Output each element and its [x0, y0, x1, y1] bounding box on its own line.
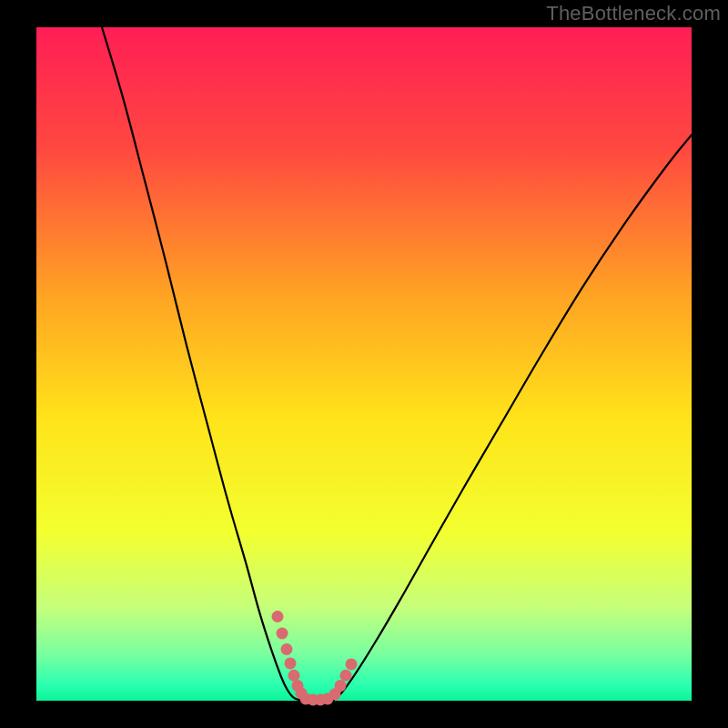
marker-left-dots	[281, 643, 293, 655]
marker-left-dots	[272, 611, 284, 622]
chart-frame: TheBottleneck.com	[0, 0, 728, 728]
watermark-text: TheBottleneck.com	[546, 2, 721, 25]
marker-left-dots	[285, 657, 297, 669]
chart-canvas	[0, 0, 728, 728]
marker-left-dots	[288, 670, 300, 682]
marker-left-dots	[277, 628, 288, 640]
marker-right-dots	[346, 658, 358, 670]
plot-background	[36, 27, 692, 701]
marker-right-dots	[335, 680, 347, 692]
marker-right-dots	[340, 670, 352, 682]
